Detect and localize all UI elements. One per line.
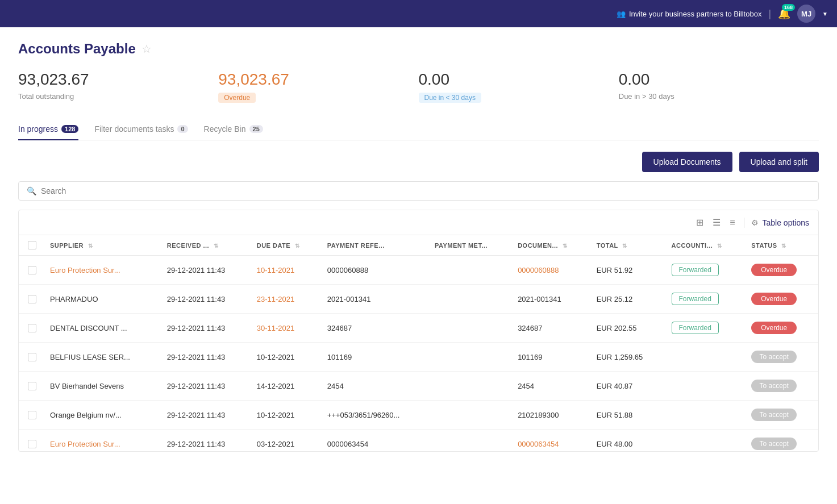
page-title: Accounts Payable <box>18 41 136 57</box>
tab-in-progress-count: 128 <box>61 125 78 133</box>
cell-payment-method <box>428 314 511 343</box>
cell-payment-ref: 2021-001341 <box>320 285 428 314</box>
col-total-label: TOTAL <box>597 242 618 249</box>
main-content: Accounts Payable ☆ 93,023.67 Total outst… <box>0 27 837 504</box>
row-checkbox-0[interactable] <box>28 266 36 274</box>
cell-total: EUR 51.88 <box>590 401 665 430</box>
supplier-link[interactable]: Euro Protection Sur... <box>50 266 120 274</box>
table-row: Euro Protection Sur...29-12-2021 11:4303… <box>19 430 818 452</box>
cell-payment-method <box>428 401 511 430</box>
table-options-label: Table options <box>762 218 809 227</box>
stat-value-due-soon: 0.00 <box>419 70 619 89</box>
cell-total: EUR 202.55 <box>590 314 665 343</box>
cell-due-date: 23-11-2021 <box>250 285 320 314</box>
accounting-sort-icon[interactable]: ⇅ <box>717 243 722 249</box>
stat-due-later: 0.00 Due in > 30 days <box>619 70 819 103</box>
cell-accounting <box>665 343 745 372</box>
cell-payment-ref: 2454 <box>320 372 428 401</box>
cell-document: 2021-001341 <box>511 285 590 314</box>
row-checkbox-5[interactable] <box>28 411 36 419</box>
cell-status: To accept <box>744 372 818 401</box>
document-link[interactable]: 0000060888 <box>518 266 559 274</box>
row-checkbox-1[interactable] <box>28 295 36 303</box>
table-row: DENTAL DISCOUNT ...29-12-2021 11:4330-11… <box>19 314 818 343</box>
cell-payment-ref: 101169 <box>320 343 428 372</box>
tab-filter-tasks-label: Filter documents tasks <box>94 124 174 134</box>
cell-total: EUR 48.00 <box>590 430 665 452</box>
stat-label-due-later: Due in > 30 days <box>619 92 819 101</box>
select-all-checkbox[interactable] <box>28 241 36 249</box>
list-spacious-icon[interactable]: ≡ <box>727 216 737 229</box>
cell-total: EUR 1,259.65 <box>590 343 665 372</box>
cell-payment-method <box>428 372 511 401</box>
tab-filter-tasks-count: 0 <box>177 125 188 133</box>
row-checkbox-4[interactable] <box>28 382 36 390</box>
row-checkbox-6[interactable] <box>28 440 36 448</box>
table-options-button[interactable]: ⚙ Table options <box>751 218 809 227</box>
cell-due-date: 03-12-2021 <box>250 430 320 452</box>
status-badge: To accept <box>751 380 797 392</box>
cell-accounting: Forwarded <box>665 256 745 285</box>
supplier-sort-icon[interactable]: ⇅ <box>88 243 93 249</box>
col-received: RECEIVED ... ⇅ <box>160 235 250 256</box>
supplier-link[interactable]: Euro Protection Sur... <box>50 440 120 448</box>
cell-supplier: BELFIUS LEASE SER... <box>43 343 160 372</box>
top-navigation: 👥 Invite your business partners to Billt… <box>0 0 837 27</box>
cell-due-date: 10-12-2021 <box>250 401 320 430</box>
col-total: TOTAL ⇅ <box>590 235 665 256</box>
row-checkbox-2[interactable] <box>28 324 36 332</box>
search-input[interactable] <box>41 186 810 195</box>
due-date-sort-icon[interactable]: ⇅ <box>295 243 300 249</box>
table-scroll-area[interactable]: SUPPLIER ⇅ RECEIVED ... ⇅ DUE DATE ⇅ P <box>19 235 818 451</box>
avatar-caret-icon[interactable]: ▼ <box>822 11 828 17</box>
table-row: PHARMADUO29-12-2021 11:4323-11-20212021-… <box>19 285 818 314</box>
cell-status: To accept <box>744 343 818 372</box>
tab-recycle-bin-label: Recycle Bin <box>204 124 246 134</box>
cell-payment-method <box>428 256 511 285</box>
document-sort-icon[interactable]: ⇅ <box>563 243 568 249</box>
cell-payment-method <box>428 343 511 372</box>
cell-payment-ref: 0000060888 <box>320 256 428 285</box>
cell-supplier: Euro Protection Sur... <box>43 256 160 285</box>
col-payment-met-label: PAYMENT MET... <box>435 242 488 249</box>
cell-received: 29-12-2021 11:43 <box>160 285 250 314</box>
document-link[interactable]: 0000063454 <box>518 440 559 448</box>
list-compact-icon[interactable]: ⊞ <box>694 216 706 229</box>
status-sort-icon[interactable]: ⇅ <box>781 243 786 249</box>
favorite-star-icon[interactable]: ☆ <box>141 42 152 56</box>
table-row: BV Bierhandel Sevens29-12-2021 11:4314-1… <box>19 372 818 401</box>
col-document-label: DOCUMEN... <box>518 242 558 249</box>
stat-label-total: Total outstanding <box>18 92 218 101</box>
avatar[interactable]: MJ <box>797 5 815 23</box>
status-badge: Overdue <box>751 264 797 276</box>
col-payment-ref-label: PAYMENT REFE... <box>327 242 385 249</box>
select-all-header[interactable] <box>19 235 43 256</box>
col-document: DOCUMEN... ⇅ <box>511 235 590 256</box>
tab-in-progress[interactable]: In progress 128 <box>18 119 78 140</box>
tab-recycle-bin[interactable]: Recycle Bin 25 <box>204 119 263 140</box>
col-accounting: ACCOUNTI... ⇅ <box>665 235 745 256</box>
col-due-date-label: DUE DATE <box>257 242 290 249</box>
invite-text: Invite your business partners to Billtob… <box>629 10 761 18</box>
cell-supplier: BV Bierhandel Sevens <box>43 372 160 401</box>
cell-due-date: 10-11-2021 <box>250 256 320 285</box>
upload-documents-button[interactable]: Upload Documents <box>642 152 732 172</box>
status-badge: Overdue <box>751 322 797 334</box>
list-normal-icon[interactable]: ☰ <box>710 216 723 229</box>
received-sort-icon[interactable]: ⇅ <box>214 243 219 249</box>
stat-value-overdue: 93,023.67 <box>218 70 418 89</box>
nav-divider: | <box>768 8 771 20</box>
row-checkbox-3[interactable] <box>28 353 36 361</box>
notification-bell[interactable]: 🔔 168 <box>778 7 790 20</box>
search-icon: 🔍 <box>27 186 36 195</box>
overdue-badge: Overdue <box>218 93 256 103</box>
status-badge: Overdue <box>751 293 797 305</box>
invite-banner[interactable]: 👥 Invite your business partners to Billt… <box>617 10 761 18</box>
cell-status: Overdue <box>744 285 818 314</box>
total-sort-icon[interactable]: ⇅ <box>622 243 627 249</box>
invite-icon: 👥 <box>617 10 626 18</box>
upload-and-split-button[interactable]: Upload and split <box>739 152 819 172</box>
tab-filter-tasks[interactable]: Filter documents tasks 0 <box>94 119 188 140</box>
col-accounting-label: ACCOUNTI... <box>672 242 713 249</box>
cell-received: 29-12-2021 11:43 <box>160 314 250 343</box>
